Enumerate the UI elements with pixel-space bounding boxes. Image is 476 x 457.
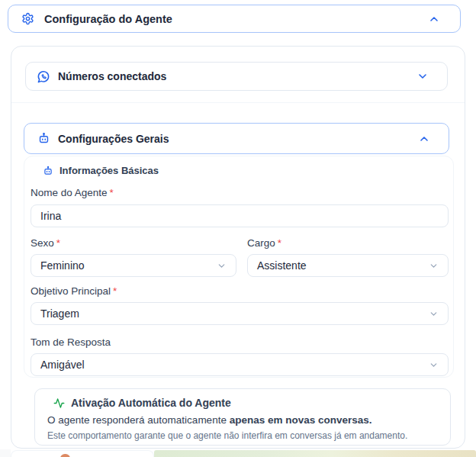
sex-select[interactable]: Feminino [31, 254, 236, 277]
next-section-peek [0, 449, 476, 457]
chevron-down-icon [429, 261, 439, 271]
activity-pulse-icon [53, 397, 65, 409]
gear-icon [21, 12, 34, 25]
chevron-down-icon [416, 70, 429, 82]
role-select[interactable]: Assistente [247, 254, 449, 277]
basic-info-card: Informações Básicas Nome do Agente* Sexo… [24, 156, 454, 378]
auto-activation-card: Ativação Automática do Agente O agente r… [34, 388, 451, 446]
agent-config-title: Configuração do Agente [44, 13, 172, 25]
peek-card [11, 450, 154, 457]
connected-numbers-accordion-header[interactable]: Números conectados [25, 62, 448, 91]
chevron-up-icon [418, 133, 430, 145]
role-label: Cargo* [247, 237, 281, 249]
sex-label: Sexo* [31, 237, 60, 249]
section-divider [11, 102, 465, 103]
auto-activation-note: Este comportamento garante que o agente … [47, 430, 438, 441]
basic-info-title: Informações Básicas [60, 165, 159, 176]
peek-icon [60, 454, 70, 457]
tone-label: Tom de Resposta [31, 336, 111, 348]
robot-icon [37, 132, 50, 145]
agent-config-panel: Números conectados Configurações Gerais [11, 46, 465, 449]
robot-icon [43, 166, 53, 176]
auto-activation-description: O agente responderá automaticamente apen… [47, 414, 438, 426]
agent-name-input[interactable] [31, 204, 449, 227]
general-settings-title: Configurações Gerais [58, 133, 169, 145]
agent-config-accordion-header[interactable]: Configuração do Agente [8, 5, 461, 33]
agent-configuration-page: Configuração do Agente Números conectado… [0, 0, 476, 457]
auto-activation-header: Ativação Automática do Agente [47, 397, 438, 409]
basic-info-section-label: Informações Básicas [37, 165, 159, 176]
chevron-down-icon [217, 261, 227, 271]
chevron-down-icon [429, 360, 439, 370]
objective-select[interactable]: Triagem [31, 302, 449, 325]
page-gutter [0, 449, 11, 457]
chevron-down-icon [429, 309, 439, 319]
whatsapp-icon [37, 69, 51, 84]
objective-label: Objetivo Principal* [31, 285, 117, 297]
tone-select[interactable]: Amigável [31, 353, 449, 376]
general-settings-accordion-header[interactable]: Configurações Gerais [24, 123, 449, 154]
chevron-up-icon [428, 13, 440, 25]
peek-banner [154, 450, 476, 457]
agent-name-label: Nome do Agente* [31, 187, 114, 198]
connected-numbers-title: Números conectados [58, 70, 166, 82]
auto-activation-title: Ativação Automática do Agente [71, 397, 231, 409]
